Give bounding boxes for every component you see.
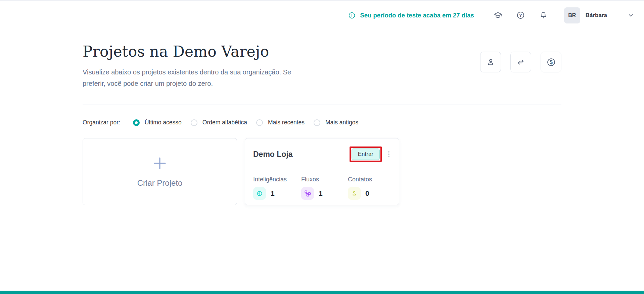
sort-option-mais-antigos[interactable]: Mais antigos [314, 119, 358, 126]
section-divider [83, 105, 561, 105]
main-content: Projetos na Demo Varejo Visualize abaixo… [83, 30, 561, 205]
chevron-down-icon[interactable] [627, 12, 635, 19]
project-title: Demo Loja [253, 150, 293, 159]
sort-option-ultimo-acesso[interactable]: Último acesso [133, 119, 182, 126]
annotation-highlight-box: Entrar [350, 146, 382, 162]
trial-notice-text: Seu período de teste acaba em 27 dias [360, 12, 474, 19]
enter-project-button[interactable]: Entrar [352, 149, 380, 160]
create-project-label: Criar Projeto [137, 178, 183, 188]
help-icon: ? [516, 11, 525, 20]
help-button[interactable]: ? [516, 10, 526, 20]
page-subtitle: Visualize abaixo os projetos existentes … [83, 67, 308, 89]
stat-fluxos: Fluxos 1 [301, 176, 348, 200]
radio-unselected[interactable] [256, 119, 263, 126]
transfer-button[interactable] [510, 52, 531, 72]
sort-option-mais-recentes[interactable]: Mais recentes [256, 119, 305, 126]
footer-accent-bar [0, 291, 644, 294]
members-button[interactable] [480, 52, 501, 72]
avatar[interactable]: BR [564, 7, 580, 23]
user-name: Bárbara [586, 12, 607, 19]
project-stats: Inteligências 1 Fluxos [253, 170, 391, 200]
top-bar: Seu período de teste acaba em 27 dias ? [0, 1, 644, 30]
contact-icon [348, 187, 361, 200]
stat-contatos: Contatos 0 [348, 176, 391, 200]
sort-label: Organizar por: [83, 119, 120, 126]
avatar-initials: BR [568, 12, 576, 18]
billing-button[interactable]: $ [541, 52, 561, 72]
flows-icon [301, 187, 314, 200]
graduation-cap-icon [493, 11, 503, 20]
plus-icon [152, 156, 168, 171]
page-header-text: Projetos na Demo Varejo Visualize abaixo… [83, 43, 308, 89]
dollar-icon: $ [546, 57, 556, 67]
trial-notice: Seu período de teste acaba em 27 dias [348, 11, 474, 19]
radio-selected[interactable] [133, 119, 140, 126]
stat-inteligencias: Inteligências 1 [253, 176, 301, 200]
academy-button[interactable] [493, 10, 503, 20]
user-menu[interactable]: BR Bárbara [564, 7, 635, 23]
project-card: Demo Loja Entrar Inteligências [245, 138, 399, 205]
org-action-buttons: $ [480, 52, 561, 72]
radio-unselected[interactable] [314, 119, 320, 126]
sort-option-ordem-alfabetica[interactable]: Ordem alfabética [191, 119, 247, 126]
alert-circle-icon [348, 11, 356, 19]
bell-icon [539, 11, 548, 20]
svg-text:$: $ [550, 59, 553, 65]
person-icon [486, 58, 495, 67]
create-project-card[interactable]: Criar Projeto [83, 138, 237, 205]
sort-row: Organizar por: Último acesso Ordem alfab… [83, 119, 561, 126]
projects-grid: Criar Projeto Demo Loja Entrar Inteligên… [83, 138, 561, 205]
project-options-kebab-icon[interactable] [387, 150, 391, 159]
radio-unselected[interactable] [191, 119, 197, 126]
page-title: Projetos na Demo Varejo [83, 43, 308, 60]
svg-text:?: ? [519, 13, 522, 18]
sort-options: Último acesso Ordem alfabética Mais rece… [133, 119, 358, 126]
notifications-button[interactable] [539, 10, 549, 20]
brain-icon [253, 187, 266, 200]
swap-arrows-icon [516, 57, 525, 67]
